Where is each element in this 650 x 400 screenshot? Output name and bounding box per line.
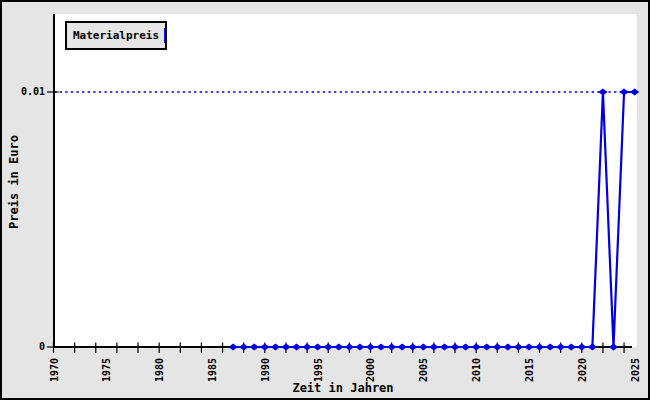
series-marker — [334, 343, 343, 350]
series-marker — [250, 343, 259, 350]
chart-canvas: Preis in Euro Zeit in Jahren 0.01 0 1970… — [0, 0, 650, 400]
y-tick-label-0-01: 0.01 — [0, 86, 45, 97]
series-marker — [366, 343, 375, 350]
series-marker — [419, 343, 428, 350]
series-marker — [440, 343, 449, 350]
legend-label: Materialpreis — [73, 29, 159, 42]
series-marker — [609, 343, 618, 350]
series-marker — [482, 343, 491, 350]
series-marker — [567, 343, 576, 350]
x-tick-label: 2025 — [629, 358, 640, 382]
series-marker — [514, 343, 523, 350]
series-marker — [271, 343, 280, 350]
x-tick-label: 2005 — [418, 358, 429, 382]
series-marker — [577, 343, 586, 350]
x-tick-label: 1990 — [259, 358, 270, 382]
x-tick-label: 2010 — [471, 358, 482, 382]
legend-swatch — [164, 28, 165, 43]
y-tick-label-0: 0 — [0, 341, 45, 352]
x-axis-title: Zeit in Jahren — [292, 381, 393, 395]
x-tick-label: 2000 — [365, 358, 376, 382]
x-tick-label: 2015 — [523, 358, 534, 382]
series-marker — [313, 343, 322, 350]
series-marker — [376, 343, 385, 350]
series-marker — [556, 343, 565, 350]
series-marker — [408, 343, 417, 350]
series-marker — [355, 343, 364, 350]
series-marker — [493, 343, 502, 350]
series-marker — [229, 343, 238, 350]
series-marker — [461, 343, 470, 350]
series-marker — [429, 343, 438, 350]
series-marker — [281, 343, 290, 350]
series-marker — [324, 343, 333, 350]
series-marker — [260, 343, 269, 350]
y-axis-title: Preis in Euro — [7, 135, 21, 229]
x-tick-label: 1975 — [101, 358, 112, 382]
series-marker — [535, 343, 544, 350]
series-marker — [546, 343, 555, 350]
legend-box: Materialpreis — [65, 21, 167, 50]
series-marker — [588, 343, 597, 350]
series-marker — [503, 343, 512, 350]
series-marker — [524, 343, 533, 350]
series-marker — [292, 343, 301, 350]
series-marker — [387, 343, 396, 350]
series-marker — [450, 343, 459, 350]
x-tick-label: 1970 — [48, 358, 59, 382]
series-marker — [302, 343, 311, 350]
x-tick-label: 1985 — [206, 358, 217, 382]
series-marker — [630, 88, 639, 95]
series-marker — [398, 343, 407, 350]
x-tick-label: 2020 — [576, 358, 587, 382]
series-marker — [345, 343, 354, 350]
series-marker — [472, 343, 481, 350]
series-line — [233, 92, 635, 347]
x-tick-label: 1980 — [154, 358, 165, 382]
x-tick-label: 1995 — [312, 358, 323, 382]
chart-svg — [0, 0, 650, 400]
series-marker — [598, 88, 607, 95]
series-marker — [619, 88, 628, 95]
series-marker — [239, 343, 248, 350]
